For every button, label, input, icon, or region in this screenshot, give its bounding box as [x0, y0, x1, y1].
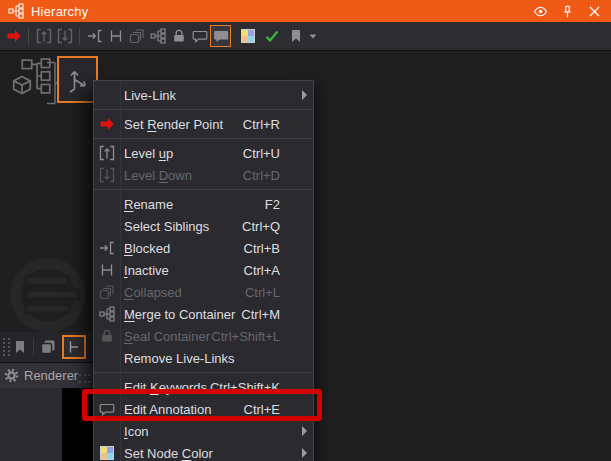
menu-item-seal-container: Seal ContainerCtrl+Shift+L	[94, 325, 313, 347]
visibility-button[interactable]	[531, 2, 549, 20]
inactive-icon	[108, 28, 124, 44]
menu-item-shortcut: Ctrl+R	[243, 117, 305, 132]
selected-axis-node[interactable]	[57, 56, 98, 103]
menu-item-label: Collapsed	[124, 285, 182, 300]
palette-icon	[97, 444, 117, 461]
bubble-icon	[192, 28, 208, 44]
level-down-icon	[97, 166, 117, 184]
palette-icon	[240, 28, 256, 44]
blocked-icon	[97, 239, 117, 257]
bubble-icon	[97, 400, 117, 418]
edit-annotation-button[interactable]	[210, 25, 231, 47]
menu-item-label: Live-Link	[124, 88, 176, 103]
menu-item-label: Remove Live-Links	[124, 351, 235, 366]
submenu-arrow-icon	[302, 448, 307, 458]
edit-keywords-button[interactable]	[189, 25, 210, 47]
menu-item-edit-keywords[interactable]: Edit KeywordsCtrl+Shift+K	[94, 376, 313, 398]
menu-item-label: Set Node Color	[124, 446, 213, 461]
eye-icon	[533, 4, 548, 19]
collapsed-icon	[129, 28, 145, 44]
level-up-button[interactable]	[33, 25, 54, 47]
seal-container-button[interactable]	[168, 25, 189, 47]
inactive-button[interactable]	[105, 25, 126, 47]
set-node-color-button[interactable]	[237, 25, 258, 47]
branch-button[interactable]	[62, 335, 86, 359]
menu-item-select-siblings[interactable]: Select SiblingsCtrl+Q	[94, 215, 313, 237]
renderer-panel-header[interactable]: Renderer	[0, 362, 93, 388]
menu-item-live-link[interactable]: Live-Link	[94, 84, 313, 106]
menu-item-shortcut: Ctrl+E	[244, 402, 305, 417]
axis-gizmo-icon	[66, 66, 90, 94]
set-render-point-button[interactable]	[3, 25, 24, 47]
level-up-icon	[36, 28, 52, 44]
menu-item-edit-annotation[interactable]: Edit AnnotationCtrl+E	[94, 398, 313, 420]
toolbar-separator	[79, 28, 80, 45]
menu-item-rename[interactable]: RenameF2	[94, 193, 313, 215]
blocked-icon	[87, 28, 103, 44]
merge-tree-icon	[150, 28, 166, 44]
menu-item-shortcut: Ctrl+Shift+L	[211, 329, 305, 344]
menu-item-shortcut: Ctrl+U	[243, 146, 305, 161]
menu-item-shortcut: Ctrl+L	[245, 285, 305, 300]
main-toolbar	[0, 22, 611, 51]
menu-item-label: Seal Container	[124, 329, 210, 344]
check-icon	[264, 28, 280, 44]
context-menu: Live-LinkSet Render PointCtrl+RLevel upC…	[93, 80, 314, 461]
menu-item-icon[interactable]: Icon	[94, 420, 313, 442]
menu-item-label: Level Down	[124, 168, 192, 183]
menu-item-remove-live-links[interactable]: Remove Live-Links	[94, 347, 313, 369]
chevron-down-icon	[305, 28, 321, 44]
hierarchy-window: Hierarchy Renderer Live-LinkSet Render P…	[0, 0, 611, 461]
menu-item-collapsed: CollapsedCtrl+L	[94, 281, 313, 303]
renderer-drag-handle-icon[interactable]	[79, 374, 90, 383]
duplicate-button[interactable]	[37, 335, 59, 359]
menu-item-label: Edit Annotation	[124, 402, 211, 417]
menu-item-shortcut: Ctrl+B	[244, 241, 305, 256]
menu-item-label: Set Render Point	[124, 117, 223, 132]
level-down-button[interactable]	[54, 25, 75, 47]
close-button[interactable]	[585, 2, 603, 20]
gear-icon	[4, 368, 19, 383]
hierarchy-tree-icon	[8, 3, 24, 19]
lock-icon	[97, 327, 117, 345]
bookmark-icon	[288, 28, 304, 44]
bubble-filled-icon	[213, 28, 229, 44]
pin-button[interactable]	[558, 2, 576, 20]
mini-toolbar-separator	[33, 338, 34, 356]
renderer-label: Renderer	[24, 368, 78, 383]
menu-item-label: Select Siblings	[124, 219, 209, 234]
level-down-icon	[57, 28, 73, 44]
bookmark-button[interactable]	[285, 25, 306, 47]
menu-item-shortcut: Ctrl+A	[244, 263, 305, 278]
menu-item-set-node-color[interactable]: Set Node Color	[94, 442, 313, 461]
inactive-icon	[97, 261, 117, 279]
menu-item-label: Blocked	[124, 241, 170, 256]
bookmark-button[interactable]	[9, 335, 31, 359]
enscape-watermark-logo	[5, 252, 91, 338]
menu-item-label: Icon	[124, 424, 149, 439]
menu-item-inactive[interactable]: InactiveCtrl+A	[94, 259, 313, 281]
menu-item-level-up[interactable]: Level upCtrl+U	[94, 142, 313, 164]
blocked-button[interactable]	[84, 25, 105, 47]
collapsed-button[interactable]	[126, 25, 147, 47]
level-up-icon	[97, 144, 117, 162]
menu-item-level-down: Level DownCtrl+D	[94, 164, 313, 186]
bookmark-dropdown-button[interactable]	[306, 25, 319, 47]
menu-item-shortcut: Ctrl+M	[241, 307, 305, 322]
menu-item-blocked[interactable]: BlockedCtrl+B	[94, 237, 313, 259]
menu-item-merge-to-container[interactable]: Merge to ContainerCtrl+M	[94, 303, 313, 325]
render-arrow-icon	[97, 115, 117, 133]
submenu-arrow-icon	[302, 426, 307, 436]
menu-item-label: Edit Keywords	[124, 380, 207, 395]
menu-item-label: Rename	[124, 197, 173, 212]
menu-item-set-render-point[interactable]: Set Render PointCtrl+R	[94, 113, 313, 135]
merge-to-container-button[interactable]	[147, 25, 168, 47]
approve-button[interactable]	[261, 25, 282, 47]
submenu-arrow-icon	[302, 90, 307, 100]
menu-separator	[94, 135, 313, 142]
titlebar-buttons	[522, 2, 603, 20]
menu-separator	[94, 186, 313, 193]
collapsed-icon	[97, 283, 117, 301]
menu-separator	[94, 106, 313, 113]
menu-separator	[94, 369, 313, 376]
